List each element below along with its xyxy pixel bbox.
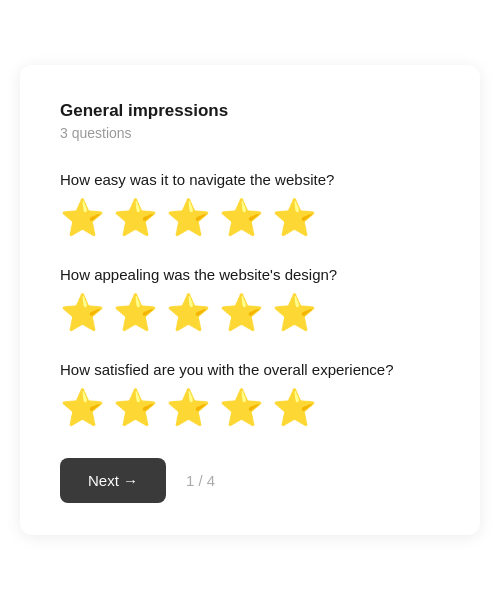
star-3-3[interactable]: ⭐ <box>166 390 211 426</box>
star-2-3[interactable]: ⭐ <box>166 295 211 331</box>
question-block-1: How easy was it to navigate the website?… <box>60 169 440 236</box>
question-text-2: How appealing was the website's design? <box>60 264 440 285</box>
footer: Next → 1 / 4 <box>60 458 440 503</box>
question-text-1: How easy was it to navigate the website? <box>60 169 440 190</box>
star-rating-2[interactable]: ⭐⭐⭐⭐⭐ <box>60 295 440 331</box>
star-3-5[interactable]: ⭐ <box>272 390 317 426</box>
section-subtitle: 3 questions <box>60 125 440 141</box>
star-2-5[interactable]: ⭐ <box>272 295 317 331</box>
star-1-5[interactable]: ⭐ <box>272 200 317 236</box>
survey-card: General impressions 3 questions How easy… <box>20 65 480 535</box>
star-3-1[interactable]: ⭐ <box>60 390 105 426</box>
question-text-3: How satisfied are you with the overall e… <box>60 359 440 380</box>
question-block-3: How satisfied are you with the overall e… <box>60 359 440 426</box>
page-indicator: 1 / 4 <box>186 472 215 489</box>
star-1-2[interactable]: ⭐ <box>113 200 158 236</box>
next-button[interactable]: Next → <box>60 458 166 503</box>
section-header: General impressions 3 questions <box>60 101 440 141</box>
star-1-4[interactable]: ⭐ <box>219 200 264 236</box>
section-title: General impressions <box>60 101 440 121</box>
star-rating-3[interactable]: ⭐⭐⭐⭐⭐ <box>60 390 440 426</box>
next-label: Next → <box>88 472 138 489</box>
star-2-2[interactable]: ⭐ <box>113 295 158 331</box>
star-1-3[interactable]: ⭐ <box>166 200 211 236</box>
star-2-4[interactable]: ⭐ <box>219 295 264 331</box>
star-rating-1[interactable]: ⭐⭐⭐⭐⭐ <box>60 200 440 236</box>
star-1-1[interactable]: ⭐ <box>60 200 105 236</box>
star-3-4[interactable]: ⭐ <box>219 390 264 426</box>
question-block-2: How appealing was the website's design?⭐… <box>60 264 440 331</box>
questions-container: How easy was it to navigate the website?… <box>60 169 440 426</box>
star-3-2[interactable]: ⭐ <box>113 390 158 426</box>
star-2-1[interactable]: ⭐ <box>60 295 105 331</box>
